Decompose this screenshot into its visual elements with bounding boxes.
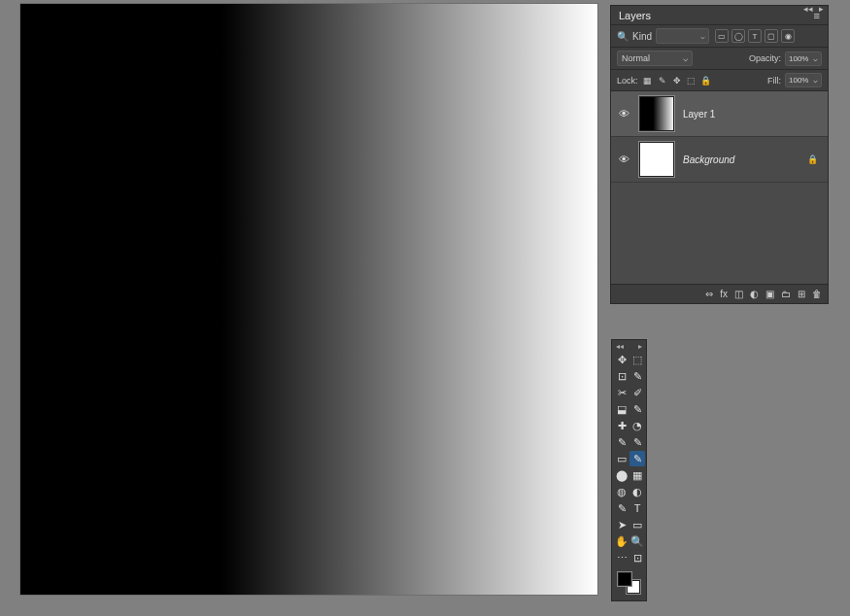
tool-button[interactable]: ⬓ bbox=[614, 401, 629, 417]
layers-tab[interactable]: Layers ≡ bbox=[611, 6, 828, 25]
tool-button[interactable]: ✎ bbox=[614, 434, 629, 450]
tool-button[interactable]: ⬚ bbox=[629, 352, 645, 367]
tool-button[interactable]: ◍ bbox=[614, 484, 629, 499]
layer-row[interactable]: 👁Background🔒 bbox=[611, 137, 828, 183]
fill-input[interactable]: 100% ⌵ bbox=[785, 73, 822, 87]
color-swatches[interactable] bbox=[614, 569, 644, 599]
layers-panel: ◂◂ ▸ Layers ≡ 🔍 Kind ⌵ ▭◯T▢◉ Normal ⌵ Op… bbox=[610, 5, 829, 304]
tool-close-icon[interactable]: ▸ bbox=[638, 342, 642, 350]
filter-type-icon[interactable]: ▭ bbox=[715, 29, 729, 43]
kind-label: Kind bbox=[632, 31, 652, 42]
search-icon: 🔍 bbox=[617, 31, 629, 42]
tool-button[interactable]: ▭ bbox=[629, 517, 645, 532]
chevron-down-icon: ⌵ bbox=[683, 53, 688, 63]
chevron-down-icon: ⌵ bbox=[813, 76, 818, 85]
lock-row: Lock: ▦✎✥⬚🔒 Fill: 100% ⌵ bbox=[611, 70, 828, 91]
chevron-down-icon: ⌵ bbox=[813, 54, 818, 63]
filter-type-icon[interactable]: ◯ bbox=[731, 29, 745, 43]
tool-button[interactable]: ⋯ bbox=[614, 550, 629, 565]
layer-thumbnail[interactable] bbox=[638, 141, 675, 178]
lock-option-icon[interactable]: ✎ bbox=[657, 75, 668, 86]
layer-thumbnail[interactable] bbox=[638, 95, 675, 132]
blend-mode-dropdown[interactable]: Normal ⌵ bbox=[617, 51, 693, 66]
layer-filter-row: 🔍 Kind ⌵ ▭◯T▢◉ bbox=[611, 25, 828, 48]
chevron-down-icon: ⌵ bbox=[700, 32, 705, 41]
tool-button[interactable]: ✚ bbox=[614, 418, 629, 433]
tool-button[interactable]: T bbox=[629, 500, 645, 516]
layer-row[interactable]: 👁Layer 1 bbox=[611, 91, 828, 137]
panel-footer-button[interactable]: fx bbox=[720, 289, 728, 299]
visibility-toggle-icon[interactable]: 👁 bbox=[617, 154, 630, 165]
opacity-input[interactable]: 100% ⌵ bbox=[785, 51, 822, 66]
tool-button[interactable]: ◐ bbox=[629, 484, 645, 499]
filter-type-icon[interactable]: ▢ bbox=[765, 29, 778, 43]
panel-window-controls[interactable]: ◂◂ ▸ bbox=[803, 4, 824, 14]
layer-name[interactable]: Background bbox=[683, 154, 799, 165]
panel-footer-button[interactable]: ⊞ bbox=[798, 289, 805, 299]
tools-panel: ◂◂ ▸ ✥⬚⊡✎✂✐⬓✎✚◔✎✎▭✎⬤▦◍◐✎T➤▭✋🔍⋯⊡ bbox=[611, 339, 647, 601]
tool-button[interactable]: ✂ bbox=[614, 385, 629, 400]
panel-collapse-icon[interactable]: ◂◂ bbox=[803, 4, 813, 14]
tool-button[interactable]: ✎ bbox=[629, 401, 645, 417]
blend-mode-value: Normal bbox=[622, 53, 650, 63]
visibility-toggle-icon[interactable]: 👁 bbox=[617, 108, 630, 120]
lock-label: Lock: bbox=[617, 76, 638, 86]
tool-button[interactable]: ◔ bbox=[629, 418, 645, 433]
panel-footer-button[interactable]: 🗑 bbox=[812, 289, 822, 299]
kind-dropdown[interactable]: ⌵ bbox=[656, 28, 709, 44]
tool-button[interactable]: ✎ bbox=[629, 451, 645, 466]
tool-button[interactable]: ✋ bbox=[614, 533, 629, 549]
tool-button[interactable]: ▭ bbox=[614, 451, 629, 466]
opacity-label: Opacity: bbox=[749, 53, 781, 63]
document-canvas[interactable] bbox=[20, 4, 597, 595]
blend-row: Normal ⌵ Opacity: 100% ⌵ bbox=[611, 48, 828, 70]
tool-button[interactable]: ✥ bbox=[614, 352, 629, 367]
fill-label: Fill: bbox=[767, 76, 781, 86]
tool-button[interactable]: ▦ bbox=[629, 467, 645, 483]
tool-button[interactable]: 🔍 bbox=[629, 533, 645, 549]
lock-option-icon[interactable]: ▦ bbox=[642, 75, 654, 86]
tool-collapse-icon[interactable]: ◂◂ bbox=[616, 342, 624, 350]
tool-button[interactable]: ⊡ bbox=[629, 550, 645, 565]
foreground-swatch[interactable] bbox=[617, 571, 632, 587]
tool-button[interactable]: ⬤ bbox=[614, 467, 629, 483]
opacity-value: 100% bbox=[789, 54, 808, 63]
panel-footer-button[interactable]: ◫ bbox=[734, 289, 743, 299]
panel-close-icon[interactable]: ▸ bbox=[819, 4, 824, 14]
tool-button[interactable]: ✎ bbox=[614, 500, 629, 516]
lock-icon: 🔒 bbox=[807, 154, 822, 164]
layer-name[interactable]: Layer 1 bbox=[683, 109, 822, 120]
panel-footer-button[interactable]: ⇔ bbox=[705, 289, 713, 299]
lock-option-icon[interactable]: ✥ bbox=[671, 75, 683, 86]
panel-footer-button[interactable]: 🗀 bbox=[781, 289, 791, 299]
layers-panel-footer: ⇔fx◫◐▣🗀⊞🗑 bbox=[611, 284, 828, 303]
tool-button[interactable]: ➤ bbox=[614, 517, 629, 532]
tool-button[interactable]: ⊡ bbox=[614, 368, 629, 384]
layers-tab-title: Layers bbox=[619, 10, 651, 21]
tool-button[interactable]: ✎ bbox=[629, 368, 645, 384]
filter-type-icon[interactable]: ◉ bbox=[781, 29, 795, 43]
layer-list: 👁Layer 1👁Background🔒 bbox=[611, 91, 828, 284]
tool-button[interactable]: ✎ bbox=[629, 434, 645, 450]
lock-option-icon[interactable]: 🔒 bbox=[700, 75, 712, 86]
panel-footer-button[interactable]: ◐ bbox=[750, 289, 759, 299]
panel-footer-button[interactable]: ▣ bbox=[765, 289, 774, 299]
tool-button[interactable]: ✐ bbox=[629, 385, 645, 400]
fill-value: 100% bbox=[789, 76, 808, 85]
filter-type-icon[interactable]: T bbox=[748, 29, 762, 43]
lock-option-icon[interactable]: ⬚ bbox=[686, 75, 697, 86]
